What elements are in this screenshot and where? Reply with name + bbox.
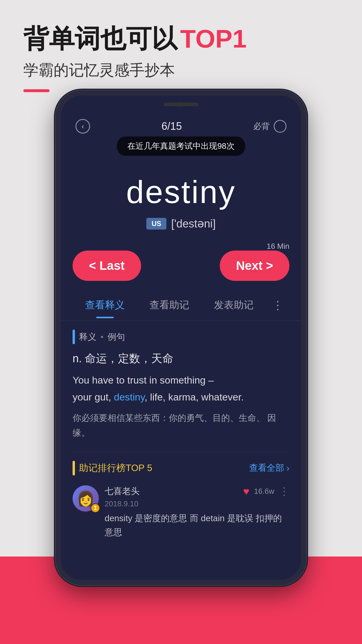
example-chinese: 你必须要相信某些东西：你的勇气、目的、生命、 因缘。 xyxy=(73,410,289,440)
next-button[interactable]: Next > xyxy=(220,251,289,281)
memory-avatar: 👩 1 xyxy=(73,485,99,512)
us-badge[interactable]: US xyxy=(146,218,166,230)
tab-memory-view[interactable]: 查看助记 xyxy=(137,293,201,318)
back-button[interactable]: ‹ xyxy=(75,119,90,134)
top-section: 背单词也可以 TOP1 学霸的记忆灵感手抄本 xyxy=(0,0,362,92)
example-en-highlight: destiny xyxy=(114,391,145,402)
avatar-rank-badge: 1 xyxy=(91,503,100,513)
phone-top-bar xyxy=(61,96,301,113)
content-area: 释义 • 例句 n. 命运，定数，天命 You have to trust in… xyxy=(61,321,301,551)
memory-content: 七喜老头 ♥ 16.6w ⋮ 2018.9.10 density 是密度的意思 … xyxy=(105,485,289,539)
memory-header: 助记排行榜TOP 5 查看全部 › xyxy=(73,461,289,475)
memory-username: 七喜老头 xyxy=(105,485,140,497)
headline-suffix: TOP1 xyxy=(180,23,247,54)
definition-text: n. 命运，定数，天命 xyxy=(73,351,289,366)
memory-header-left: 助记排行榜TOP 5 xyxy=(73,461,152,475)
pronunciation-row: US ['destəni] xyxy=(73,217,289,230)
memory-title: 助记排行榜TOP 5 xyxy=(79,462,152,475)
must-circle[interactable] xyxy=(274,120,287,133)
phone-shell: ‹ 6/15 必背 在近几年真题考试中出现98次 destiny US ['de… xyxy=(56,90,306,585)
phone-screen: ‹ 6/15 必背 在近几年真题考试中出现98次 destiny US ['de… xyxy=(61,113,301,580)
progress-counter: 6/15 xyxy=(161,120,182,132)
memory-date: 2018.9.10 xyxy=(105,499,289,508)
tab-more-icon[interactable]: ⋮ xyxy=(266,295,289,315)
page-background: 背单词也可以 TOP1 学霸的记忆灵感手抄本 ‹ 6/15 xyxy=(0,0,362,644)
last-button[interactable]: < Last xyxy=(73,251,141,281)
memory-actions: ♥ 16.6w ⋮ xyxy=(243,485,289,498)
more-options-icon[interactable]: ⋮ xyxy=(279,485,289,498)
side-button-right xyxy=(305,148,306,189)
headline-prefix: 背单词也可以 xyxy=(23,23,177,54)
example-en-part2: , life, karma, whatever. xyxy=(145,391,244,402)
subheadline: 学霸的记忆灵感手抄本 xyxy=(23,60,339,80)
section-bar-blue xyxy=(73,330,75,344)
tabs-row: 查看释义 查看助记 发表助记 ⋮ xyxy=(61,290,301,321)
memory-item: 👩 1 七喜老头 ♥ 16.6w ⋮ xyxy=(73,482,289,542)
time-label: 16 Min xyxy=(267,242,289,251)
phonetic-text: ['destəni] xyxy=(171,217,216,230)
memory-bar-yellow xyxy=(73,461,75,475)
section-title: 释义 xyxy=(79,331,96,343)
heart-icon[interactable]: ♥ xyxy=(243,485,249,498)
main-word: destiny xyxy=(73,173,289,210)
chevron-right-icon: › xyxy=(287,463,289,473)
section-dot: • xyxy=(101,332,103,342)
tooltip-bar: 在近几年真题考试中出现98次 xyxy=(117,136,245,156)
like-count: 16.6w xyxy=(254,487,274,496)
phone-wrapper: ‹ 6/15 必背 在近几年真题考试中出现98次 destiny US ['de… xyxy=(56,90,306,585)
navigation-row: 16 Min < Last Next > xyxy=(61,245,301,290)
phone-camera xyxy=(179,102,183,107)
tab-definition[interactable]: 查看释义 xyxy=(73,293,137,318)
tab-memory-post[interactable]: 发表助记 xyxy=(202,293,266,318)
word-section: destiny US ['destəni] xyxy=(61,162,301,245)
headline: 背单词也可以 TOP1 xyxy=(23,23,339,54)
side-button-left xyxy=(56,154,57,177)
must-label-area: 必背 xyxy=(253,120,287,133)
memory-text: density 是密度的意思 而 detain 是耽误 扣押的意思 xyxy=(105,511,289,539)
section-sublabel: 例句 xyxy=(108,331,125,343)
red-line-decoration xyxy=(23,89,50,92)
section-header: 释义 • 例句 xyxy=(73,330,289,344)
memory-user-row: 七喜老头 ♥ 16.6w ⋮ xyxy=(105,485,289,498)
memory-section: 助记排行榜TOP 5 查看全部 › xyxy=(73,452,289,542)
status-bar: ‹ 6/15 必背 xyxy=(61,113,301,136)
must-label: 必背 xyxy=(253,121,270,132)
view-all-button[interactable]: 查看全部 › xyxy=(249,462,289,474)
example-english: You have to trust in something –your gut… xyxy=(73,372,289,406)
